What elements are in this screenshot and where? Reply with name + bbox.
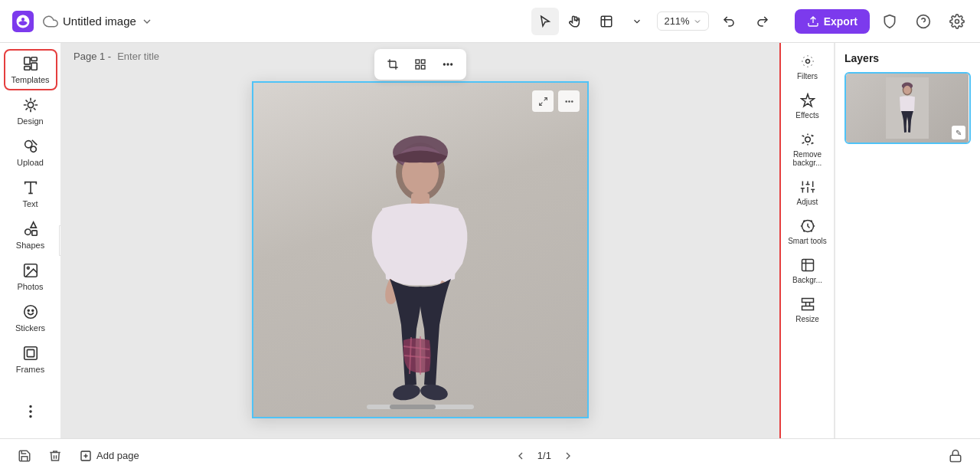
- sidebar-item-stickers[interactable]: Stickers: [4, 297, 57, 339]
- sidebar-stickers-label: Stickers: [15, 323, 45, 333]
- svg-point-43: [565, 100, 567, 102]
- svg-point-37: [392, 382, 422, 402]
- topbar-right-actions: Export: [795, 8, 971, 35]
- next-page-button[interactable]: [557, 445, 579, 467]
- sidebar-item-photos[interactable]: Photos: [4, 256, 57, 297]
- svg-point-22: [30, 411, 31, 412]
- document-title[interactable]: Untitled image: [63, 15, 136, 28]
- sidebar-photos-label: Photos: [17, 282, 43, 291]
- svg-point-18: [28, 310, 29, 311]
- export-label: Export: [824, 15, 858, 28]
- svg-rect-7: [31, 57, 36, 61]
- svg-rect-6: [24, 57, 29, 64]
- canvas-page[interactable]: [252, 81, 589, 418]
- settings-button[interactable]: [943, 8, 971, 35]
- effects-label: Effects: [795, 111, 818, 120]
- app-logo[interactable]: [9, 8, 37, 35]
- svg-rect-8: [31, 63, 36, 70]
- sidebar-item-frames[interactable]: Frames: [4, 339, 57, 380]
- svg-point-30: [447, 64, 449, 65]
- svg-rect-28: [421, 65, 425, 69]
- svg-point-61: [903, 86, 911, 94]
- sidebar-item-shapes[interactable]: Shapes: [4, 215, 57, 256]
- right-tools-panel: Filters Effects Remove backgr...: [779, 43, 835, 438]
- smart-tools-button[interactable]: Smart tools: [783, 214, 832, 250]
- sidebar-item-upload[interactable]: Upload: [4, 132, 57, 173]
- svg-point-29: [443, 64, 445, 65]
- canvas-expand-button[interactable]: [532, 90, 554, 112]
- filters-button[interactable]: Filters: [783, 49, 832, 85]
- svg-point-45: [571, 100, 573, 102]
- sidebar-text-label: Text: [22, 199, 38, 208]
- bottom-bar: Add page 1/1: [0, 438, 980, 472]
- canvas-toolbar: [374, 49, 466, 80]
- sidebar-item-templates[interactable]: Templates: [4, 49, 57, 90]
- svg-rect-26: [421, 60, 425, 64]
- left-sidebar: Templates Design Upload Text: [0, 43, 61, 438]
- sidebar-item-design[interactable]: Design: [4, 90, 57, 132]
- svg-point-17: [24, 306, 37, 319]
- svg-rect-57: [802, 260, 813, 271]
- help-button[interactable]: [910, 8, 937, 35]
- sidebar-item-text[interactable]: Text: [4, 173, 57, 215]
- canvas-options-button[interactable]: [558, 90, 580, 112]
- bottom-left-actions: Add page: [12, 444, 145, 468]
- svg-rect-65: [950, 455, 961, 461]
- add-page-button[interactable]: Add page: [74, 447, 145, 465]
- select-tool-button[interactable]: [531, 8, 559, 35]
- undo-button[interactable]: [715, 8, 743, 35]
- remove-bg-button[interactable]: Remove backgr...: [783, 127, 832, 172]
- zoom-control[interactable]: 211%: [657, 11, 708, 31]
- lock-button[interactable]: [943, 444, 968, 468]
- right-panel: Filters Effects Remove backgr...: [779, 43, 980, 438]
- svg-point-19: [31, 310, 33, 311]
- svg-rect-0: [12, 11, 34, 32]
- svg-rect-20: [24, 347, 37, 360]
- canvas-more-button[interactable]: [436, 52, 460, 77]
- page-title-input[interactable]: [117, 51, 246, 62]
- svg-rect-21: [27, 349, 34, 356]
- svg-point-5: [956, 19, 959, 23]
- export-button[interactable]: Export: [795, 9, 870, 34]
- document-title-area: Untitled image: [43, 14, 153, 29]
- remove-bg-label: Remove backgr...: [786, 150, 829, 167]
- canvas-corner-buttons: [532, 90, 580, 112]
- frame-view-button[interactable]: [593, 8, 620, 35]
- sidebar-templates-label: Templates: [11, 75, 49, 84]
- adjust-button[interactable]: Adjust: [783, 175, 832, 211]
- page-navigation: 1/1: [510, 445, 579, 467]
- layer-thumbnail: ✎: [846, 74, 969, 143]
- svg-point-16: [27, 267, 29, 269]
- grid-tool-button[interactable]: [408, 52, 433, 77]
- svg-point-24: [30, 416, 31, 418]
- sidebar-more-button[interactable]: [4, 397, 57, 426]
- hand-tool-button[interactable]: [562, 8, 590, 35]
- main-area: Templates Design Upload Text: [0, 43, 980, 438]
- svg-point-31: [451, 64, 452, 65]
- page-counter: 1/1: [537, 450, 551, 461]
- title-chevron-icon[interactable]: [141, 15, 153, 28]
- background-button[interactable]: Backgr...: [783, 253, 832, 289]
- prev-page-button[interactable]: [510, 445, 531, 467]
- resize-label: Resize: [795, 315, 819, 323]
- resize-button[interactable]: Resize: [783, 292, 832, 328]
- sidebar-shapes-label: Shapes: [16, 241, 44, 250]
- redo-button[interactable]: [749, 8, 776, 35]
- canvas-tools: [531, 8, 651, 35]
- delete-button[interactable]: [43, 444, 67, 468]
- save-button[interactable]: [12, 444, 37, 468]
- sidebar-bottom: [4, 397, 57, 432]
- crop-tool-button[interactable]: [381, 52, 405, 77]
- svg-rect-1: [602, 16, 612, 27]
- sidebar-design-label: Design: [17, 116, 43, 126]
- frame-chevron-button[interactable]: [623, 8, 651, 35]
- canvas-container: [252, 81, 589, 418]
- svg-point-47: [805, 137, 810, 143]
- layer-item[interactable]: ✎: [844, 72, 971, 144]
- svg-rect-9: [24, 67, 29, 70]
- svg-point-23: [30, 406, 31, 408]
- shield-button[interactable]: [876, 8, 903, 35]
- svg-point-12: [31, 146, 36, 152]
- effects-button[interactable]: Effects: [783, 88, 832, 124]
- canvas-image: [253, 83, 587, 417]
